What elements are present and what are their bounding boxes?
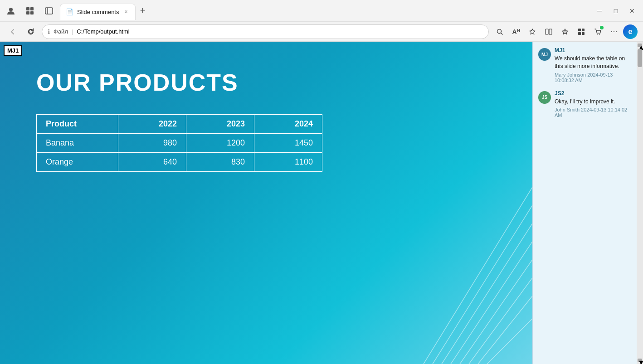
title-bar: 📄 Slide comments × + ─ □ ✕ bbox=[0, 0, 643, 22]
table-row: Orange 640 830 1100 bbox=[37, 153, 322, 172]
collections-button[interactable] bbox=[574, 24, 589, 39]
svg-rect-13 bbox=[578, 32, 581, 35]
svg-line-24 bbox=[487, 319, 532, 364]
tab-doc-icon: 📄 bbox=[66, 8, 73, 15]
tab-bar: 📄 Slide comments × + bbox=[60, 0, 150, 21]
back-button[interactable] bbox=[5, 24, 20, 39]
scrollbar-up-arrow[interactable]: ▲ bbox=[638, 44, 642, 47]
nav-bar: ℹ Файл | C:/Temp/output.html Aᵸ bbox=[0, 22, 643, 42]
collections-icon[interactable] bbox=[23, 4, 37, 18]
minimize-button[interactable]: ─ bbox=[592, 4, 607, 18]
comment-text: Okay, I'll try to improve it. bbox=[555, 98, 631, 106]
cell-banana-2022: 980 bbox=[118, 134, 186, 153]
cell-orange-2023: 830 bbox=[186, 153, 254, 172]
comment-text: We should make the table on this slide m… bbox=[555, 55, 631, 70]
more-button[interactable]: ··· bbox=[607, 24, 621, 39]
address-bar[interactable]: ℹ Файл | C:/Temp/output.html bbox=[42, 24, 489, 39]
svg-rect-3 bbox=[26, 11, 29, 15]
svg-rect-9 bbox=[546, 29, 548, 34]
comment-body: MJ1 We should make the table on this sli… bbox=[555, 47, 631, 83]
cell-orange-name: Orange bbox=[37, 153, 118, 172]
comments-panel[interactable]: MJ MJ1 We should make the table on this … bbox=[532, 42, 637, 364]
svg-rect-1 bbox=[26, 7, 29, 10]
edge-profile-button[interactable]: e bbox=[623, 24, 638, 39]
slide-title: OUR PRODUCTS bbox=[36, 69, 496, 96]
scrollbar-track[interactable]: ▲ ▼ bbox=[637, 42, 643, 364]
tab-close-button[interactable]: × bbox=[122, 8, 129, 16]
nav-actions: Aᵸ bbox=[492, 24, 638, 39]
right-panel: MJ MJ1 We should make the table on this … bbox=[532, 42, 643, 364]
browser-window: 📄 Slide comments × + ─ □ ✕ ℹ Файл | bbox=[0, 0, 643, 364]
svg-line-23 bbox=[478, 296, 532, 364]
search-button[interactable] bbox=[492, 24, 507, 39]
comment-item: MJ MJ1 We should make the table on this … bbox=[538, 47, 631, 83]
maximize-button[interactable]: □ bbox=[609, 4, 623, 18]
svg-rect-11 bbox=[578, 29, 581, 31]
col-header-2022: 2022 bbox=[118, 115, 186, 134]
close-button[interactable]: ✕ bbox=[625, 4, 639, 18]
svg-point-0 bbox=[9, 8, 13, 11]
cell-banana-2023: 1200 bbox=[186, 134, 254, 153]
comment-initials: MJ1 bbox=[555, 47, 565, 53]
svg-point-15 bbox=[597, 34, 598, 34]
svg-rect-5 bbox=[45, 8, 53, 14]
cell-orange-2022: 640 bbox=[118, 153, 186, 172]
svg-line-8 bbox=[501, 33, 503, 34]
svg-rect-2 bbox=[30, 7, 34, 10]
cell-banana-name: Banana bbox=[37, 134, 118, 153]
scrollbar-down-arrow[interactable]: ▼ bbox=[638, 359, 642, 362]
slide-area: MJ1 OUR PRODUCTS Product 2022 2023 2024 bbox=[0, 42, 532, 364]
comment-body: JS2 Okay, I'll try to improve it. John S… bbox=[555, 90, 631, 118]
decorative-lines bbox=[396, 183, 532, 364]
traffic-icons bbox=[4, 4, 56, 18]
profile-icon[interactable] bbox=[4, 4, 18, 18]
svg-line-21 bbox=[460, 260, 532, 364]
product-table: Product 2022 2023 2024 Banana 980 1200 1… bbox=[36, 114, 322, 172]
scrollbar-thumb[interactable] bbox=[638, 49, 642, 67]
svg-rect-4 bbox=[30, 11, 34, 15]
comment-author-line: JS2 bbox=[555, 90, 631, 97]
comment-author-line: MJ1 bbox=[555, 47, 631, 53]
cell-banana-2024: 1450 bbox=[254, 134, 322, 153]
split-view-button[interactable] bbox=[541, 24, 556, 39]
file-label: Файл bbox=[54, 28, 68, 35]
col-header-product: Product bbox=[37, 115, 118, 134]
svg-line-19 bbox=[442, 223, 532, 364]
active-tab[interactable]: 📄 Slide comments × bbox=[60, 4, 136, 20]
col-header-2023: 2023 bbox=[186, 115, 254, 134]
col-header-2024: 2024 bbox=[254, 115, 322, 134]
cell-orange-2024: 1100 bbox=[254, 153, 322, 172]
comment-avatar-js: JS bbox=[538, 91, 551, 104]
svg-rect-14 bbox=[582, 32, 585, 35]
read-aloud-button[interactable]: Aᵸ bbox=[509, 24, 523, 39]
info-icon: ℹ bbox=[48, 28, 50, 35]
shopping-badge bbox=[600, 26, 604, 29]
slide-content: OUR PRODUCTS Product 2022 2023 2024 Bana… bbox=[0, 42, 532, 190]
new-tab-button[interactable]: + bbox=[136, 4, 150, 18]
table-row: Banana 980 1200 1450 bbox=[37, 134, 322, 153]
address-text: C:/Temp/output.html bbox=[77, 28, 129, 35]
favorites-bar-button[interactable] bbox=[558, 24, 572, 39]
shopping-button[interactable] bbox=[590, 24, 605, 39]
svg-rect-10 bbox=[549, 29, 552, 34]
svg-point-16 bbox=[599, 34, 600, 34]
svg-rect-12 bbox=[582, 29, 585, 31]
comment-avatar-mj: MJ bbox=[538, 48, 551, 61]
content-area: MJ1 OUR PRODUCTS Product 2022 2023 2024 bbox=[0, 42, 643, 364]
separator: | bbox=[72, 28, 73, 35]
reload-button[interactable] bbox=[24, 24, 38, 39]
comment-meta: John Smith 2024-09-13 10:14:02 AM bbox=[555, 107, 631, 118]
tab-title: Slide comments bbox=[77, 9, 119, 15]
svg-line-20 bbox=[451, 242, 532, 364]
favorites-button[interactable] bbox=[525, 24, 540, 39]
comment-item: JS JS2 Okay, I'll try to improve it. Joh… bbox=[538, 90, 631, 118]
svg-line-18 bbox=[433, 205, 532, 364]
sidebar-icon[interactable] bbox=[42, 4, 56, 18]
slide-label: MJ1 bbox=[4, 45, 22, 56]
comment-meta: Mary Johnson 2024-09-13 10:08:32 AM bbox=[555, 72, 631, 83]
comment-initials: JS2 bbox=[555, 90, 564, 97]
